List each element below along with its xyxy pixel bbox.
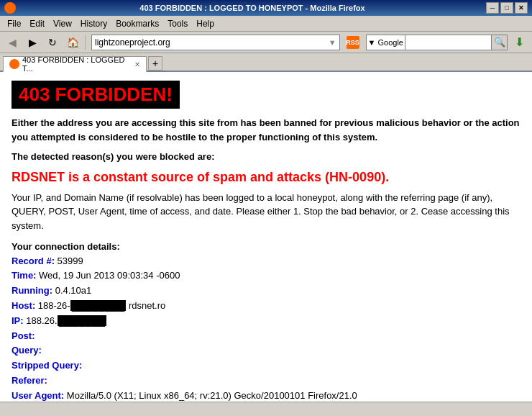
detail-query: Query: <box>12 343 520 358</box>
search-engine-dropdown[interactable]: ▼ Google <box>366 35 405 50</box>
detail-user-agent: User Agent: Mozilla/5.0 (X11; Linux x86_… <box>12 389 520 402</box>
detail-label-stripped-query: Stripped Query: <box>12 360 82 371</box>
forward-button[interactable]: ▶ <box>23 34 42 51</box>
menu-bookmarks[interactable]: Bookmarks <box>111 17 163 30</box>
detail-label-referer: Referer: <box>12 375 47 386</box>
tabbar: 403 FORBIDDEN : LOGGED T... ✕ + <box>0 53 532 72</box>
address-bar[interactable]: ▼ <box>91 35 340 50</box>
address-input[interactable] <box>95 37 329 48</box>
window-controls: ─ □ ✕ <box>486 2 528 14</box>
host-redacted: ████████ <box>70 300 127 311</box>
ip-paragraph: Your IP, and Domain Name (if resolvable)… <box>12 191 520 233</box>
download-button[interactable]: ⬇ <box>509 34 529 51</box>
tab-label: 403 FORBIDDEN : LOGGED T... <box>22 55 132 73</box>
search-bar: ▼ Google 🔍 <box>366 35 508 50</box>
menu-file[interactable]: File <box>3 17 25 30</box>
block-reason: RDSNET is a constant source of spam and … <box>12 168 520 186</box>
maximize-button[interactable]: □ <box>500 2 513 14</box>
menu-edit[interactable]: Edit <box>25 17 49 30</box>
menu-tools[interactable]: Tools <box>163 17 192 30</box>
address-dropdown-icon[interactable]: ▼ <box>329 38 336 47</box>
detail-record: Record #: 53999 <box>12 254 520 269</box>
detail-value-host: 188-26-████████ rdsnet.ro <box>38 300 165 311</box>
detail-label-time: Time: <box>12 270 36 281</box>
back-button[interactable]: ◀ <box>3 34 22 51</box>
search-input[interactable] <box>405 35 492 50</box>
close-button[interactable]: ✕ <box>515 2 528 14</box>
detail-value-running: 0.4.10a1 <box>55 285 92 296</box>
new-tab-button[interactable]: + <box>148 56 162 71</box>
connection-label: Your connection details: <box>12 240 520 254</box>
detail-stripped-query: Stripped Query: <box>12 358 520 374</box>
detail-label-ip: IP: <box>12 315 24 326</box>
search-engine-label: ▼ Google <box>368 38 403 47</box>
forbidden-title: 403 FORBIDDEN! <box>12 81 180 109</box>
detail-ip: IP: 188.26.███████ <box>12 314 520 329</box>
detail-time: Time: Wed, 19 Jun 2013 09:03:34 -0600 <box>12 268 520 284</box>
home-button[interactable]: 🏠 <box>63 34 82 51</box>
tab-0[interactable]: 403 FORBIDDEN : LOGGED T... ✕ <box>3 56 147 72</box>
rss-icon[interactable]: RSS <box>347 36 359 49</box>
detail-value-record: 53999 <box>58 256 83 266</box>
detail-value-user-agent: Mozilla/5.0 (X11; Linux x86_64; rv:21.0)… <box>67 390 357 401</box>
tab-favicon <box>9 59 19 69</box>
minimize-button[interactable]: ─ <box>486 2 499 14</box>
detail-value-time: Wed, 19 Jun 2013 09:03:34 -0600 <box>39 270 180 281</box>
menu-history[interactable]: History <box>76 17 111 30</box>
detail-referer: Referer: <box>12 374 520 389</box>
detail-label-host: Host: <box>12 300 35 311</box>
detail-value-ip: 188.26.███████ <box>26 315 106 326</box>
detail-label-record: Record #: <box>12 256 55 266</box>
tab-close-button[interactable]: ✕ <box>134 60 140 68</box>
ip-redacted: ███████ <box>58 315 106 326</box>
toolbar: ◀ ▶ ↻ 🏠 ▼ RSS ▼ Google 🔍 ⬇ <box>0 32 532 53</box>
search-button[interactable]: 🔍 <box>492 35 508 50</box>
menu-help[interactable]: Help <box>192 17 219 30</box>
reload-button[interactable]: ↻ <box>43 34 62 51</box>
menubar: File Edit View History Bookmarks Tools H… <box>0 16 532 32</box>
detail-label-query: Query: <box>12 345 42 356</box>
detail-host: Host: 188-26-████████ rdsnet.ro <box>12 299 520 314</box>
titlebar: 403 FORBIDDEN : LOGGED TO HONEYPOT - Moz… <box>0 0 532 16</box>
statusbar <box>0 402 532 416</box>
detail-label-post: Post: <box>12 330 35 341</box>
content-area: 403 FORBIDDEN! Either the address you ar… <box>0 72 532 402</box>
detail-post: Post: <box>12 329 520 344</box>
detected-label: The detected reason(s) you were blocked … <box>12 150 520 164</box>
warning-paragraph: Either the address you are accessing thi… <box>12 116 520 144</box>
menu-view[interactable]: View <box>49 17 76 30</box>
browser-icon <box>4 2 16 14</box>
connection-details: Your connection details: Record #: 53999… <box>12 240 520 402</box>
window-title: 403 FORBIDDEN : LOGGED TO HONEYPOT - Moz… <box>19 4 486 12</box>
detail-running: Running: 0.4.10a1 <box>12 284 520 299</box>
detail-label-running: Running: <box>12 285 52 296</box>
detail-label-user-agent: User Agent: <box>12 390 64 401</box>
toolbar-separator <box>85 35 86 50</box>
